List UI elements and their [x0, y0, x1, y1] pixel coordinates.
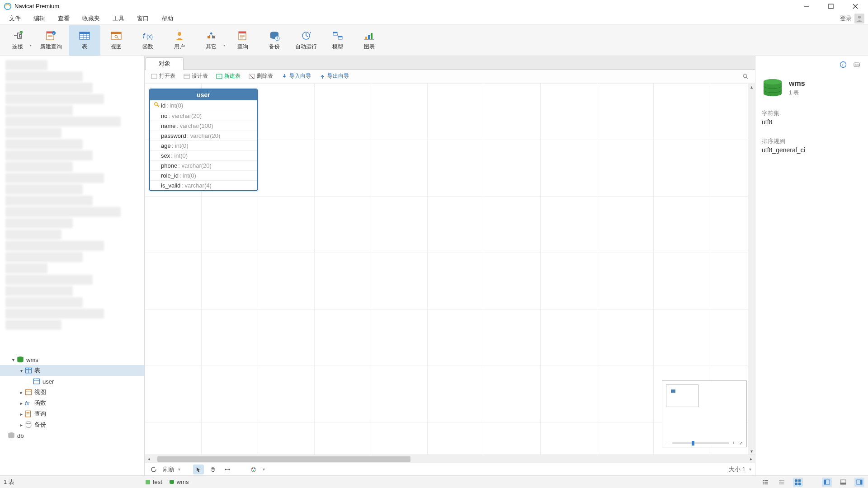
menu-tools[interactable]: 工具 [106, 13, 131, 24]
toolbar-label: 用户 [174, 43, 185, 51]
view-list-button[interactable] [760, 478, 770, 487]
svg-point-71 [743, 74, 747, 78]
horizontal-scrollbar[interactable]: ◂ ▸ [145, 455, 755, 463]
menu-favorite[interactable]: 收藏夹 [76, 13, 106, 24]
scroll-left-icon[interactable]: ◂ [145, 456, 153, 461]
status-conn-test[interactable]: test [145, 479, 162, 485]
svg-text:+: + [20, 31, 22, 34]
toolbar-autorun-button[interactable]: 自动运行 [290, 25, 322, 56]
import-wizard-button[interactable]: 导入向导 [278, 71, 314, 81]
column-name: name [161, 122, 176, 129]
column-name: no [161, 113, 167, 119]
toolbar-query-button[interactable]: 查询 [227, 25, 259, 56]
caret-right-icon[interactable]: ▸ [18, 422, 24, 427]
scroll-right-icon[interactable]: ▸ [747, 456, 755, 461]
minimap-viewport[interactable] [666, 385, 698, 407]
caret-down-icon[interactable]: ▾ [18, 368, 24, 373]
column-row[interactable]: phone: varchar(20) [150, 160, 257, 170]
scroll-down-icon[interactable]: ▾ [750, 447, 753, 455]
status-conn-wms[interactable]: wms [169, 479, 189, 485]
scroll-up-icon[interactable]: ▴ [750, 83, 753, 90]
caret-down-icon[interactable]: ▾ [10, 357, 16, 362]
toolbar-plug-button[interactable]: +连接 [2, 25, 33, 56]
zoom-slider[interactable] [672, 442, 729, 444]
column-row[interactable]: age: int(0) [150, 141, 257, 150]
panel-left-button[interactable] [822, 478, 832, 487]
info-icon[interactable]: i [838, 60, 848, 70]
tree-backups-node[interactable]: ▸ 备份 [0, 419, 144, 430]
diagram-canvas[interactable]: user id: int(0)no: varchar(20)name: varc… [145, 83, 755, 455]
tree-db-wms[interactable]: ▾ wms [0, 354, 144, 365]
tree-db-other[interactable]: db [0, 430, 144, 441]
column-row[interactable]: id: int(0) [150, 100, 257, 111]
column-row[interactable]: role_id: int(0) [150, 170, 257, 180]
column-type: : int(0) [179, 172, 196, 179]
color-tool[interactable] [248, 465, 259, 474]
hand-tool[interactable] [208, 465, 218, 474]
column-row[interactable]: password: varchar(20) [150, 131, 257, 141]
zoom-fit-button[interactable]: ⤢ [738, 440, 744, 446]
export-wizard-button[interactable]: 导出向导 [316, 71, 352, 81]
panel-table-count: 1 表 [789, 89, 805, 97]
size-label: 大小 1 [729, 465, 745, 474]
design-table-button[interactable]: 设计表 [181, 71, 211, 81]
menu-edit[interactable]: 编辑 [27, 13, 52, 24]
maximize-button[interactable] [825, 1, 837, 11]
avatar-icon[interactable] [854, 14, 864, 23]
delete-table-button[interactable]: 删除表 [246, 71, 276, 81]
toolbar-fx-button[interactable]: f(x)函数 [132, 25, 164, 56]
column-row[interactable]: is_valid: varchar(4) [150, 180, 257, 190]
toolbar-chart-button[interactable]: 图表 [354, 25, 385, 56]
login-link[interactable]: 登录 [840, 14, 852, 23]
toolbar-backup-button[interactable]: 备份 [259, 25, 290, 56]
menu-file[interactable]: 文件 [3, 13, 27, 24]
svg-rect-54 [33, 379, 40, 384]
minimap[interactable]: − + ⤢ [662, 380, 747, 447]
svg-rect-94 [764, 480, 768, 481]
panel-right-button[interactable] [854, 478, 864, 487]
column-row[interactable]: sex: int(0) [150, 150, 257, 160]
tree-functions-node[interactable]: ▸ fx 函数 [0, 398, 144, 408]
view-er-button[interactable] [793, 478, 803, 487]
svg-line-72 [746, 77, 748, 79]
search-button[interactable] [740, 72, 751, 81]
caret-right-icon[interactable]: ▸ [18, 390, 24, 395]
tree-table-user[interactable]: user [0, 376, 144, 387]
menu-window[interactable]: 窗口 [131, 13, 155, 24]
column-row[interactable]: name: varchar(100) [150, 121, 257, 131]
tree-views-node[interactable]: ▸ 视图 [0, 387, 144, 398]
toolbar-model-button[interactable]: 模型 [322, 25, 354, 56]
close-button[interactable] [849, 1, 862, 11]
menu-view[interactable]: 查看 [52, 13, 76, 24]
menu-help[interactable]: 帮助 [155, 13, 179, 24]
caret-right-icon[interactable]: ▸ [18, 412, 24, 417]
caret-right-icon[interactable]: ▸ [18, 401, 24, 406]
tree-tables-node[interactable]: ▾ 表 [0, 365, 144, 376]
tree-views-label: 视图 [34, 388, 46, 396]
toolbar-newquery-button[interactable]: +新建查询 [33, 25, 69, 56]
refresh-button[interactable] [148, 465, 159, 474]
pointer-tool[interactable] [193, 465, 204, 474]
toolbar-other-button[interactable]: 其它 [195, 25, 227, 56]
new-table-button[interactable]: +新建表 [213, 71, 243, 81]
zoom-out-button[interactable]: − [665, 440, 670, 446]
table-card-user[interactable]: user id: int(0)no: varchar(20)name: varc… [149, 89, 258, 191]
toolbar-view-button[interactable]: 视图 [100, 25, 132, 56]
column-row[interactable]: no: varchar(20) [150, 111, 257, 121]
tree-queries-node[interactable]: ▸ 查询 [0, 408, 144, 419]
vertical-scrollbar[interactable]: ▴ ▾ [748, 83, 755, 455]
toolbar-user-button[interactable]: 用户 [164, 25, 195, 56]
tab-objects[interactable]: 对象 [146, 57, 184, 70]
open-table-button[interactable]: 打开表 [148, 71, 178, 81]
view-detail-button[interactable] [777, 478, 787, 487]
scroll-thumb[interactable] [157, 456, 410, 462]
toolbar-table-button[interactable]: 表 [69, 25, 100, 56]
zoom-in-button[interactable]: + [731, 440, 736, 446]
minimize-button[interactable] [800, 1, 813, 11]
ddl-icon[interactable]: DDL [852, 60, 862, 70]
relation-tool[interactable] [222, 465, 233, 474]
svg-text:i: i [842, 62, 843, 67]
center-pane: 对象 打开表 设计表 +新建表 删除表 导入向导 导出向导 user id: i… [145, 56, 755, 475]
status-bar: 1 表 test wms [0, 475, 868, 488]
panel-bottom-button[interactable] [838, 478, 848, 487]
